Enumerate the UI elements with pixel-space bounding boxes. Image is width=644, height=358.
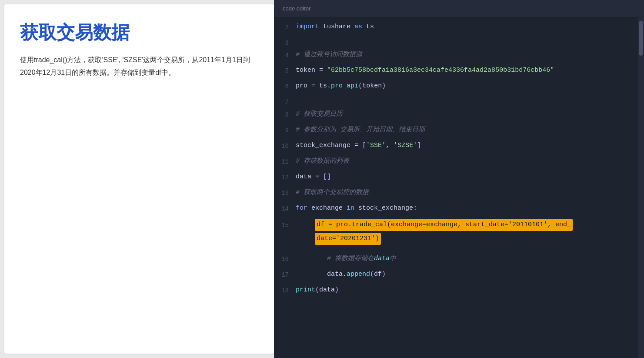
- line-num-13: 13: [274, 187, 296, 198]
- line-num-18: 18: [274, 285, 296, 295]
- line-num-10: 10: [274, 141, 296, 151]
- highlighted-code: df = pro.trade_cal(exchange=exchange, st…: [315, 219, 573, 231]
- code-area[interactable]: 2 import tushare as ts 3 4 # 通过账号访问数据源 5…: [274, 17, 644, 358]
- code-scroll[interactable]: 2 import tushare as ts 3 4 # 通过账号访问数据源 5…: [274, 17, 638, 358]
- code-line-8: 8 # 获取交易日历: [274, 108, 638, 124]
- line-num-7: 7: [274, 97, 296, 107]
- line-content-10: stock_exchange = ['SSE', 'SZSE']: [296, 141, 638, 151]
- line-content-12: data = []: [296, 172, 638, 182]
- line-content-18: print(data): [296, 285, 638, 295]
- code-line-15: 15 df = pro.trade_cal(exchange=exchange,…: [274, 218, 638, 253]
- code-line-6: 6 pro = ts.pro_api(token): [274, 80, 638, 96]
- line-num-14: 14: [274, 203, 296, 214]
- page-title: 获取交易数据: [20, 22, 258, 43]
- line-content-9: # 参数分别为 交易所、开始日期、结束日期: [296, 125, 638, 135]
- line-num-12: 12: [274, 172, 296, 182]
- line-content-6: pro = ts.pro_api(token): [296, 81, 638, 91]
- code-line-18: 18 print(data): [274, 284, 638, 300]
- line-content-14: for exchange in stock_exchange:: [296, 203, 638, 214]
- code-line-17: 17 data.append(df): [274, 268, 638, 284]
- line-num-9: 9: [274, 125, 296, 135]
- code-line-2: 2 import tushare as ts: [274, 21, 638, 37]
- code-line-9: 9 # 参数分别为 交易所、开始日期、结束日期: [274, 124, 638, 140]
- line-num-16: 16: [274, 254, 296, 264]
- line-content-16: # 将数据存储在data中: [296, 254, 638, 264]
- line-num-6: 6: [274, 81, 296, 91]
- code-line-16: 16 # 将数据存储在data中: [274, 253, 638, 268]
- code-line-14: 14 for exchange in stock_exchange:: [274, 202, 638, 218]
- code-line-4: 4 # 通过账号访问数据源: [274, 49, 638, 64]
- line-num-4: 4: [274, 50, 296, 60]
- line-content-8: # 获取交易日历: [296, 109, 638, 120]
- code-line-10: 10 stock_exchange = ['SSE', 'SZSE']: [274, 140, 638, 155]
- line-content-11: # 存储数据的列表: [296, 156, 638, 167]
- line-content-15: df = pro.trade_cal(exchange=exchange, st…: [296, 219, 638, 245]
- code-line-13: 13 # 获取两个交易所的数据: [274, 187, 638, 202]
- line-content-17: data.append(df): [296, 269, 638, 280]
- code-line-7: 7: [274, 96, 638, 108]
- scrollbar[interactable]: [638, 17, 644, 358]
- scrollbar-thumb[interactable]: [639, 21, 643, 56]
- description-text: 使用trade_cal()方法，获取'SSE', 'SZSE'这两个交易所，从2…: [20, 54, 258, 79]
- code-line-11: 11 # 存储数据的列表: [274, 155, 638, 171]
- code-line-12: 12 data = []: [274, 171, 638, 187]
- line-num-3: 3: [274, 37, 296, 48]
- editor-titlebar: code editor: [274, 0, 644, 17]
- line-content-4: # 通过账号访问数据源: [296, 50, 638, 60]
- line-num-8: 8: [274, 109, 296, 120]
- line-content-13: # 获取两个交易所的数据: [296, 187, 638, 198]
- line-num-5: 5: [274, 65, 296, 76]
- line-num-2: 2: [274, 22, 296, 32]
- highlighted-code-cont: date='20201231'): [315, 233, 381, 245]
- code-line-3: 3: [274, 37, 638, 49]
- code-line-5: 5 token = "62bb5c758bcdfa1a3816a3ec34caf…: [274, 64, 638, 80]
- line-content-5: token = "62bb5c758bcdfa1a3816a3ec34cafe4…: [296, 65, 638, 76]
- line-num-17: 17: [274, 269, 296, 280]
- code-editor-panel: code editor 2 import tushare as ts 3 4 #…: [274, 0, 644, 358]
- left-panel: 获取交易数据 使用trade_cal()方法，获取'SSE', 'SZSE'这两…: [4, 4, 274, 354]
- line-content-2: import tushare as ts: [296, 22, 638, 32]
- line-num-11: 11: [274, 156, 296, 167]
- editor-title: code editor: [283, 5, 310, 12]
- line-num-15: 15: [274, 219, 296, 230]
